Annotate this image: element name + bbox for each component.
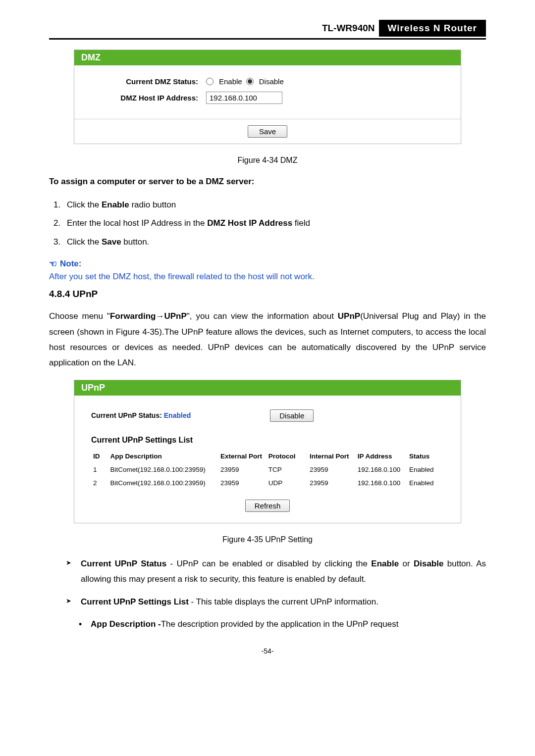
dmz-enable-label: Enable [219,77,242,86]
col-proto: Protocol [267,450,308,463]
bullet-app-description: App Description -The description provide… [76,616,486,632]
header-bar: TL-WR940N Wireless N Router [49,20,486,37]
col-int: Internal Port [308,450,356,463]
upnp-status-value: Enabled [164,411,191,419]
upnp-panel: UPnP Current UPnP Status: Enabled Disabl… [74,380,461,523]
dmz-panel-title: DMZ [74,50,461,65]
upnp-list-title: Current UPnP Settings List [91,436,451,445]
product-label: Wireless N Router [379,20,486,37]
dmz-disable-label: Disable [259,77,284,86]
dmz-steps-list: Click the Enable radio button Enter the … [49,196,486,251]
dmz-ip-label: DMZ Host IP Address: [84,94,206,102]
upnp-status-label: Current UPnP Status: [91,411,164,419]
header-rule [49,38,486,40]
disable-button[interactable]: Disable [270,409,314,422]
col-ext: External Port [218,450,267,463]
bullet-current-status: Current UPnP Status - UPnP can be enable… [66,556,486,587]
dmz-panel: DMZ Current DMZ Status: Enable Disable D… [74,50,461,144]
upnp-bullets: Current UPnP Status - UPnP can be enable… [66,556,486,632]
table-row: 1 BitComet(192.168.0.100:23959) 23959 TC… [91,463,436,476]
step-1: Click the Enable radio button [63,196,486,214]
col-ip: IP Address [356,450,407,463]
note-heading: ☞Note: [49,258,486,269]
dmz-ip-input[interactable] [206,92,282,104]
figure-4-34-caption: Figure 4-34 DMZ [49,156,486,165]
upnp-panel-title: UPnP [74,380,461,396]
dmz-howto-title: To assign a computer or server to be a D… [49,177,486,187]
save-button[interactable]: Save [248,125,287,138]
step-3: Click the Save button. [63,233,486,251]
upnp-table-header-row: ID App Description External Port Protoco… [91,450,436,463]
upnp-section-heading: 4.8.4 UPnP [49,289,486,300]
note-body: After you set the DMZ host, the firewall… [49,272,486,282]
upnp-paragraph: Choose menu "Forwarding→UPnP", you can v… [49,308,486,371]
pointing-hand-icon: ☞ [49,258,57,269]
col-id: ID [91,450,108,463]
step-2: Enter the local host IP Address in the D… [63,214,486,232]
col-status: Status [407,450,436,463]
upnp-table: ID App Description External Port Protoco… [91,450,436,490]
bullet-settings-list: Current UPnP Settings List - This table … [66,594,486,609]
page-number: -54- [49,647,486,670]
table-row: 2 BitComet(192.168.0.100:23959) 23959 UD… [91,476,436,490]
dmz-status-label: Current DMZ Status: [84,77,206,86]
figure-4-35-caption: Figure 4-35 UPnP Setting [49,535,486,544]
dmz-enable-radio[interactable] [206,78,214,85]
refresh-button[interactable]: Refresh [245,500,290,512]
dmz-disable-radio[interactable] [246,78,254,85]
col-app: App Description [108,450,218,463]
model-label: TL-WR940N [318,21,379,36]
